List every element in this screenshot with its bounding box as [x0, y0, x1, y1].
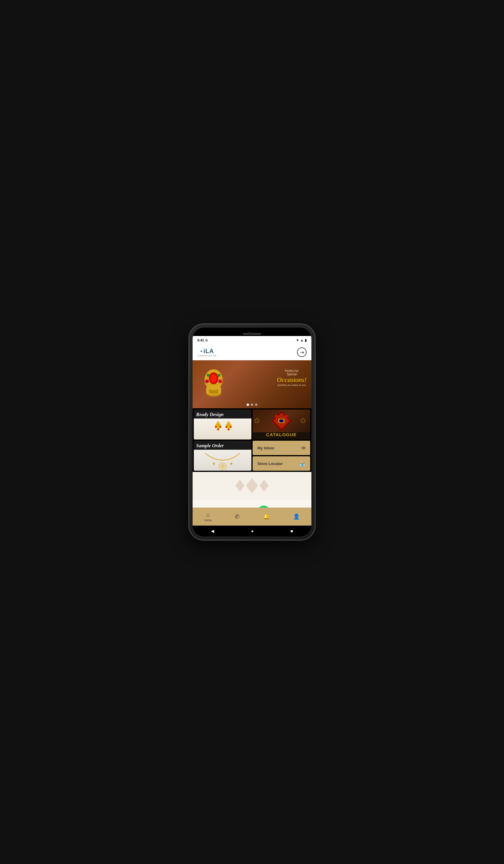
battery-icon: ▮: [305, 338, 307, 342]
necklace-image: [194, 450, 251, 471]
store-label: Store Locator: [257, 461, 283, 466]
ready-design-label: Ready Design: [196, 412, 249, 417]
screen-icon: ⊙: [205, 339, 208, 342]
catalogue-label: CATALOGUE: [266, 432, 297, 437]
svg-point-29: [230, 426, 232, 428]
follow-section: Follow us : 💬: [193, 500, 311, 507]
app-scroll-content[interactable]: ✦ iLA Creation pvt ltd ⇥: [193, 344, 311, 507]
sample-order-card[interactable]: Sample Order: [194, 441, 251, 471]
svg-point-15: [217, 424, 219, 427]
catalogue-card[interactable]: ✿ ✿: [253, 409, 310, 440]
svg-point-28: [226, 426, 227, 428]
whatsapp-button[interactable]: 💬: [258, 505, 270, 507]
svg-point-10: [207, 374, 210, 377]
dot-3[interactable]: [255, 404, 257, 406]
svg-point-8: [205, 380, 209, 383]
bottom-nav: ⌂ Home ✆ 🔔 👤: [193, 507, 311, 526]
right-action-buttons: My Inbox ✉ Store Locator 🏪: [253, 441, 310, 471]
phone-icon: ✆: [235, 513, 239, 520]
decorative-section: [193, 472, 311, 500]
banner-subtitle2: Special: [277, 373, 307, 376]
svg-marker-42: [246, 478, 258, 493]
logout-button[interactable]: ⇥: [297, 347, 307, 357]
ornament-left: ✿: [254, 416, 263, 425]
logo-area: ✦ iLA Creation pvt ltd: [197, 348, 216, 357]
banner-subtitle: Perfect for: [277, 369, 307, 373]
ready-design-card[interactable]: Ready Design: [194, 409, 251, 440]
menu-grid-row1: Ready Design: [193, 408, 311, 441]
banner-dots: [247, 404, 257, 406]
nav-home[interactable]: ⌂ Home: [204, 512, 212, 522]
svg-point-30: [228, 429, 229, 430]
wifi-icon: ▼: [296, 338, 299, 342]
ornament-right: ✿: [300, 416, 309, 425]
logo-text: iLA: [203, 348, 214, 355]
svg-point-40: [213, 463, 215, 465]
android-nav: ◀ ● ■: [193, 526, 311, 536]
svg-point-9: [218, 380, 222, 383]
store-icon: 🏪: [299, 461, 305, 467]
banner-text: Perfect for Special Occasions! jewellery…: [277, 369, 307, 386]
home-button[interactable]: ●: [251, 529, 253, 533]
logo-sub: Creation pvt ltd: [197, 355, 216, 357]
phone-screen: 5:41 ⊙ ▼ ▲ ▮ ✦ iLA Creation pvt ltd: [193, 328, 311, 536]
phone-camera: [248, 332, 251, 334]
person-icon: 👤: [293, 513, 300, 520]
back-button[interactable]: ◀: [211, 529, 214, 533]
svg-point-39: [220, 464, 225, 469]
nav-profile[interactable]: 👤: [293, 513, 300, 520]
svg-point-24: [227, 424, 230, 427]
svg-point-7: [211, 374, 217, 383]
logout-icon: ⇥: [300, 349, 304, 355]
status-left: 5:41 ⊙: [197, 338, 208, 342]
svg-point-19: [215, 426, 217, 428]
banner-tagline: jewellery as unique as you: [277, 384, 307, 386]
crown-icon: ✦: [200, 349, 203, 353]
catalogue-image: ✿ ✿: [253, 409, 310, 432]
svg-point-36: [275, 415, 278, 418]
svg-point-37: [285, 415, 288, 418]
home-label: Home: [204, 519, 212, 522]
ring-illustration: [199, 366, 229, 402]
recent-button[interactable]: ■: [290, 529, 293, 533]
my-inbox-button[interactable]: My Inbox ✉: [253, 441, 310, 455]
signal-icon: ▲: [300, 338, 304, 342]
app-header: ✦ iLA Creation pvt ltd ⇥: [193, 344, 311, 360]
svg-point-21: [217, 429, 219, 430]
phone-device: 5:41 ⊙ ▼ ▲ ▮ ✦ iLA Creation pvt ltd: [189, 324, 315, 540]
menu-grid-row2: Sample Order: [193, 441, 311, 472]
svg-point-20: [219, 426, 221, 428]
dot-1[interactable]: [247, 404, 249, 406]
status-bar: 5:41 ⊙ ▼ ▲ ▮: [193, 336, 311, 344]
inbox-label: My Inbox: [257, 446, 274, 450]
banner-title: Occasions!: [277, 376, 307, 384]
home-icon: ⌂: [206, 512, 210, 518]
earrings-image: [194, 419, 251, 440]
phone-speaker: [243, 333, 261, 335]
status-right: ▼ ▲ ▮: [296, 338, 307, 342]
sample-order-label: Sample Order: [196, 443, 249, 448]
hero-banner: Perfect for Special Occasions! jewellery…: [193, 360, 311, 408]
nav-notification[interactable]: 🔔: [263, 513, 270, 520]
time-display: 5:41: [197, 338, 204, 342]
store-locator-button[interactable]: Store Locator 🏪: [253, 456, 310, 471]
bell-icon: 🔔: [263, 513, 270, 520]
svg-rect-35: [280, 420, 283, 422]
svg-point-11: [217, 374, 220, 377]
svg-marker-43: [236, 480, 244, 492]
svg-marker-44: [260, 480, 268, 492]
svg-point-41: [230, 463, 232, 465]
dot-2[interactable]: [251, 404, 253, 406]
nav-phone[interactable]: ✆: [235, 513, 239, 520]
inbox-icon: ✉: [301, 445, 305, 451]
